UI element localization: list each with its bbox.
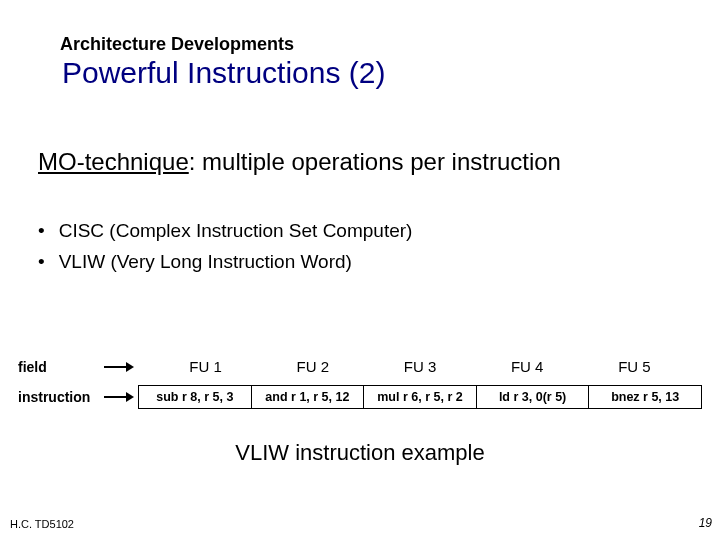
instruction-cell: mul r 6, r 5, r 2 xyxy=(364,386,477,408)
field-label: field xyxy=(18,359,104,375)
diagram-caption: VLIW instruction example xyxy=(0,440,720,466)
field-cell: FU 3 xyxy=(366,358,473,375)
bullet-item: VLIW (Very Long Instruction Word) xyxy=(38,249,412,276)
arrow-icon xyxy=(104,361,138,373)
footer-left: H.C. TD5102 xyxy=(10,518,74,530)
vliw-diagram: field FU 1 FU 2 FU 3 FU 4 FU 5 instructi… xyxy=(18,358,702,419)
field-cell: FU 5 xyxy=(581,358,688,375)
instruction-cell: ld r 3, 0(r 5) xyxy=(477,386,590,408)
bullet-list: CISC (Complex Instruction Set Computer) … xyxy=(38,218,412,279)
field-row: field FU 1 FU 2 FU 3 FU 4 FU 5 xyxy=(18,358,702,375)
field-cell: FU 2 xyxy=(259,358,366,375)
field-cell: FU 4 xyxy=(474,358,581,375)
kicker-text: Architecture Developments xyxy=(60,34,294,55)
slide-title: Powerful Instructions (2) xyxy=(62,56,385,90)
field-cell: FU 1 xyxy=(152,358,259,375)
mo-technique-line: MO-technique: multiple operations per in… xyxy=(38,148,561,176)
instruction-label: instruction xyxy=(18,389,104,405)
bullet-item: CISC (Complex Instruction Set Computer) xyxy=(38,218,412,245)
slide: Architecture Developments Powerful Instr… xyxy=(0,0,720,540)
instruction-cell: sub r 8, r 5, 3 xyxy=(139,386,252,408)
arrow-icon xyxy=(104,391,138,403)
subtitle-term: MO-technique xyxy=(38,148,189,175)
instruction-cell: and r 1, r 5, 12 xyxy=(252,386,365,408)
instruction-cell: bnez r 5, 13 xyxy=(589,386,701,408)
field-cells: FU 1 FU 2 FU 3 FU 4 FU 5 xyxy=(138,358,702,375)
instruction-row: instruction sub r 8, r 5, 3 and r 1, r 5… xyxy=(18,385,702,409)
page-number: 19 xyxy=(699,516,712,530)
instruction-cells: sub r 8, r 5, 3 and r 1, r 5, 12 mul r 6… xyxy=(138,385,702,409)
subtitle-rest: : multiple operations per instruction xyxy=(189,148,561,175)
